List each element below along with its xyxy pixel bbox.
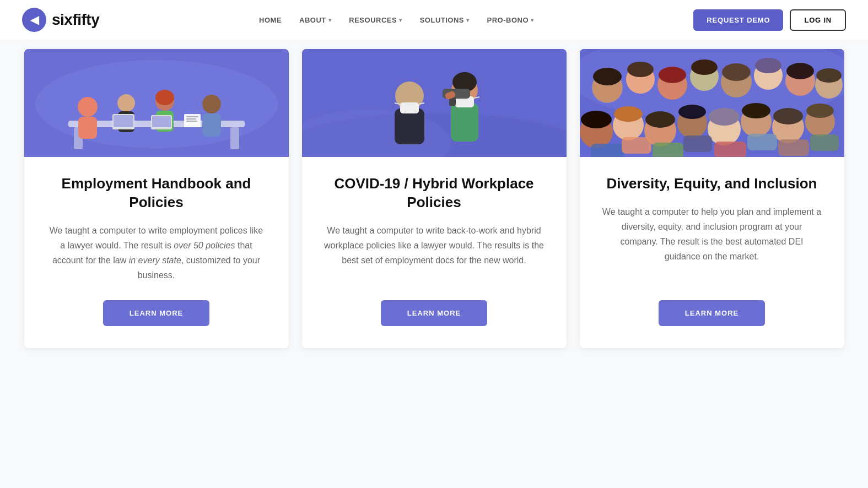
chevron-down-icon: ▾ [531,17,534,23]
svg-rect-15 [152,116,171,127]
svg-rect-33 [451,103,478,142]
svg-rect-4 [230,127,239,149]
svg-rect-82 [810,134,839,151]
svg-point-69 [645,111,675,128]
svg-point-55 [722,63,751,81]
card-dei-learn-more[interactable]: LEARN MORE [659,300,765,326]
nav-resources[interactable]: RESOURCES ▾ [349,16,402,24]
card-covid: COVID-19 / Hybrid Workplace Policies We … [302,49,567,348]
card-handbook: Employment Handbook and Policies We taug… [24,49,289,348]
svg-rect-79 [714,142,746,157]
card-dei: Diversity, Equity, and Inclusion We taug… [580,49,844,348]
svg-rect-26 [395,109,424,144]
nav-pro-bono[interactable]: PRO-BONO ▾ [487,16,534,24]
logo-text: sixfifty [52,11,99,29]
card-covid-body: COVID-19 / Hybrid Workplace Policies We … [302,157,567,348]
card-handbook-learn-more[interactable]: LEARN MORE [103,300,209,326]
card-covid-desc: We taught a computer to write back-to-wo… [324,223,544,283]
card-dei-title: Diversity, Equity, and Inclusion [607,175,817,193]
svg-rect-75 [591,144,624,157]
nav-links: HOME ABOUT ▾ RESOURCES ▾ SOLUTIONS ▾ PRO… [259,16,533,24]
svg-point-72 [742,103,770,118]
logo[interactable]: ◀ sixfifty [22,8,99,32]
svg-point-53 [659,67,686,83]
svg-rect-77 [653,143,683,157]
card-covid-image [302,49,567,157]
navigation: ◀ sixfifty HOME ABOUT ▾ RESOURCES ▾ SOLU… [0,0,868,40]
svg-point-52 [627,62,654,77]
dei-illustration [580,49,844,157]
svg-rect-17 [202,113,221,137]
svg-point-7 [117,94,135,112]
card-handbook-desc: We taught a computer to write employment… [46,223,267,283]
svg-rect-20 [186,118,196,120]
svg-rect-27 [400,102,419,113]
logo-icon: ◀ [22,8,46,32]
nav-buttons: REQUEST DEMO LOG IN [693,9,846,31]
meeting-illustration [24,49,289,157]
svg-point-51 [593,68,622,85]
card-handbook-body: Employment Handbook and Policies We taug… [24,157,289,348]
card-dei-desc: We taught a computer to help you plan an… [602,204,822,283]
svg-point-56 [755,58,781,73]
card-covid-title: COVID-19 / Hybrid Workplace Policies [324,175,544,212]
svg-rect-76 [622,137,651,154]
svg-point-58 [816,68,842,83]
svg-rect-6 [78,117,97,139]
svg-point-12 [155,90,174,105]
svg-rect-78 [683,135,712,152]
card-dei-image [580,49,844,157]
svg-point-5 [78,97,98,117]
chevron-down-icon: ▾ [328,17,332,23]
svg-point-57 [786,63,814,79]
card-dei-body: Diversity, Equity, and Inclusion We taug… [580,157,844,348]
cards-section: Employment Handbook and Policies We taug… [0,40,868,379]
svg-rect-80 [747,134,777,150]
svg-point-67 [581,111,612,128]
nav-home[interactable]: HOME [259,16,282,24]
svg-point-73 [773,108,803,124]
card-covid-learn-more[interactable]: LEARN MORE [381,300,487,326]
nav-about[interactable]: ABOUT ▾ [299,16,331,24]
svg-point-71 [709,108,740,126]
request-demo-button[interactable]: REQUEST DEMO [693,9,783,31]
nav-solutions[interactable]: SOLUTIONS ▾ [420,16,470,24]
covid-illustration [302,49,567,157]
chevron-down-icon: ▾ [466,17,470,23]
svg-rect-81 [778,139,809,156]
card-handbook-title: Employment Handbook and Policies [46,175,267,212]
svg-point-16 [202,95,221,113]
svg-rect-21 [186,121,197,122]
svg-rect-19 [186,116,198,117]
svg-point-68 [614,106,643,122]
chevron-down-icon: ▾ [399,17,402,23]
card-handbook-image [24,49,289,157]
svg-point-54 [691,59,718,75]
svg-rect-10 [114,115,133,127]
login-button[interactable]: LOG IN [790,9,846,31]
svg-point-70 [678,105,706,119]
svg-point-32 [459,74,470,85]
svg-point-74 [806,104,834,118]
